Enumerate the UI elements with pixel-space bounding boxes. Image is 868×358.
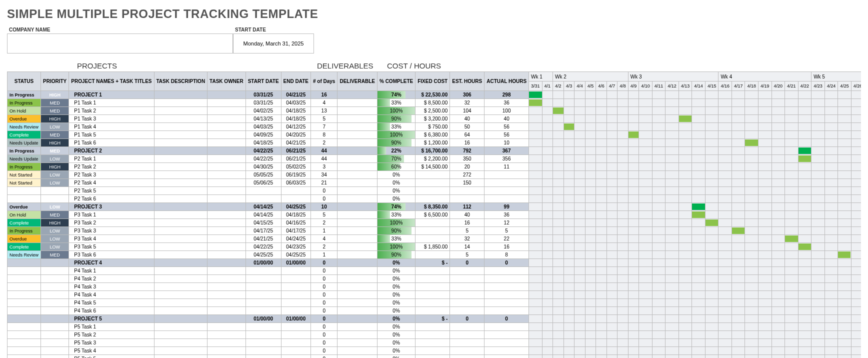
est-hours[interactable] bbox=[450, 291, 484, 299]
est-hours[interactable] bbox=[450, 307, 484, 315]
end-date[interactable]: 04/17/25 bbox=[281, 227, 310, 235]
start-date[interactable] bbox=[246, 307, 281, 315]
task-owner[interactable] bbox=[208, 123, 246, 131]
task-desc[interactable] bbox=[154, 171, 208, 179]
actual-hours[interactable]: 36 bbox=[484, 99, 529, 107]
start-date[interactable]: 04/30/25 bbox=[246, 163, 281, 171]
priority-cell[interactable] bbox=[41, 339, 69, 347]
status-cell[interactable]: In Progress bbox=[8, 99, 41, 107]
end-date[interactable]: 04/21/25 bbox=[281, 91, 310, 99]
start-date[interactable]: 05/05/25 bbox=[246, 171, 281, 179]
actual-hours[interactable] bbox=[484, 323, 529, 331]
priority-cell[interactable]: LOW bbox=[41, 235, 69, 243]
end-date[interactable]: 04/21/25 bbox=[281, 139, 310, 147]
task-owner[interactable] bbox=[208, 187, 246, 195]
est-hours[interactable]: 50 bbox=[450, 123, 484, 131]
start-date[interactable] bbox=[246, 195, 281, 203]
priority-cell[interactable]: MED bbox=[41, 107, 69, 115]
status-cell[interactable] bbox=[8, 323, 41, 331]
start-date[interactable]: 01/00/00 bbox=[246, 259, 281, 267]
task-desc[interactable] bbox=[154, 299, 208, 307]
task-owner[interactable] bbox=[208, 227, 246, 235]
task-desc[interactable] bbox=[154, 267, 208, 275]
start-date[interactable]: 03/31/25 bbox=[246, 91, 281, 99]
fixed-cost[interactable] bbox=[416, 275, 450, 283]
deliverable[interactable] bbox=[338, 339, 378, 347]
priority-cell[interactable]: HIGH bbox=[41, 139, 69, 147]
status-cell[interactable] bbox=[8, 283, 41, 291]
start-date[interactable]: 04/03/25 bbox=[246, 123, 281, 131]
deliverable[interactable] bbox=[338, 115, 378, 123]
task-owner[interactable] bbox=[208, 331, 246, 339]
deliverable[interactable] bbox=[338, 179, 378, 187]
est-hours[interactable] bbox=[450, 283, 484, 291]
actual-hours[interactable]: 99 bbox=[484, 203, 529, 211]
task-desc[interactable] bbox=[154, 275, 208, 283]
actual-hours[interactable]: 56 bbox=[484, 131, 529, 139]
end-date[interactable] bbox=[281, 331, 310, 339]
task-name[interactable]: P1 Task 6 bbox=[69, 139, 154, 147]
start-date[interactable]: 04/17/25 bbox=[246, 227, 281, 235]
start-date[interactable]: 04/09/25 bbox=[246, 131, 281, 139]
actual-hours[interactable] bbox=[484, 179, 529, 187]
actual-hours[interactable] bbox=[484, 195, 529, 203]
deliverable[interactable] bbox=[338, 99, 378, 107]
fixed-cost[interactable] bbox=[416, 291, 450, 299]
task-desc[interactable] bbox=[154, 139, 208, 147]
priority-cell[interactable]: LOW bbox=[41, 123, 69, 131]
deliverable[interactable] bbox=[338, 203, 378, 211]
est-hours[interactable]: 112 bbox=[450, 203, 484, 211]
priority-cell[interactable]: MED bbox=[41, 147, 69, 155]
task-name[interactable]: PROJECT 3 bbox=[69, 203, 154, 211]
end-date[interactable]: 04/18/25 bbox=[281, 211, 310, 219]
task-owner[interactable] bbox=[208, 171, 246, 179]
priority-cell[interactable] bbox=[41, 267, 69, 275]
est-hours[interactable] bbox=[450, 187, 484, 195]
fixed-cost[interactable] bbox=[416, 187, 450, 195]
est-hours[interactable] bbox=[450, 339, 484, 347]
est-hours[interactable]: 5 bbox=[450, 227, 484, 235]
deliverable[interactable] bbox=[338, 163, 378, 171]
est-hours[interactable]: 16 bbox=[450, 219, 484, 227]
est-hours[interactable]: 0 bbox=[450, 259, 484, 267]
start-date[interactable]: 04/22/25 bbox=[246, 243, 281, 251]
deliverable[interactable] bbox=[338, 155, 378, 163]
deliverable[interactable] bbox=[338, 187, 378, 195]
priority-cell[interactable]: HIGH bbox=[41, 163, 69, 171]
task-desc[interactable] bbox=[154, 131, 208, 139]
est-hours[interactable]: 40 bbox=[450, 115, 484, 123]
deliverable[interactable] bbox=[338, 291, 378, 299]
task-name[interactable]: P5 Task 1 bbox=[69, 323, 154, 331]
fixed-cost[interactable] bbox=[416, 251, 450, 259]
est-hours[interactable]: 64 bbox=[450, 131, 484, 139]
task-owner[interactable] bbox=[208, 155, 246, 163]
deliverable[interactable] bbox=[338, 123, 378, 131]
end-date[interactable]: 06/19/25 bbox=[281, 171, 310, 179]
end-date[interactable] bbox=[281, 355, 310, 358]
deliverable[interactable] bbox=[338, 347, 378, 355]
task-name[interactable]: P2 Task 3 bbox=[69, 171, 154, 179]
status-cell[interactable] bbox=[8, 347, 41, 355]
start-date[interactable] bbox=[246, 187, 281, 195]
end-date[interactable] bbox=[281, 299, 310, 307]
actual-hours[interactable] bbox=[484, 267, 529, 275]
fixed-cost[interactable]: $ 1,200.00 bbox=[416, 139, 450, 147]
start-date[interactable] bbox=[246, 347, 281, 355]
task-owner[interactable] bbox=[208, 339, 246, 347]
actual-hours[interactable] bbox=[484, 275, 529, 283]
end-date[interactable] bbox=[281, 339, 310, 347]
task-name[interactable]: P4 Task 4 bbox=[69, 291, 154, 299]
end-date[interactable]: 06/21/25 bbox=[281, 147, 310, 155]
task-owner[interactable] bbox=[208, 179, 246, 187]
task-name[interactable]: P5 Task 4 bbox=[69, 347, 154, 355]
priority-cell[interactable] bbox=[41, 275, 69, 283]
priority-cell[interactable]: LOW bbox=[41, 243, 69, 251]
task-desc[interactable] bbox=[154, 155, 208, 163]
status-cell[interactable]: Complete bbox=[8, 243, 41, 251]
fixed-cost[interactable]: $ 14,500.00 bbox=[416, 163, 450, 171]
priority-cell[interactable] bbox=[41, 283, 69, 291]
fixed-cost[interactable]: $ 8,350.00 bbox=[416, 203, 450, 211]
actual-hours[interactable]: 16 bbox=[484, 243, 529, 251]
est-hours[interactable]: 0 bbox=[450, 315, 484, 323]
task-name[interactable]: P5 Task 3 bbox=[69, 339, 154, 347]
